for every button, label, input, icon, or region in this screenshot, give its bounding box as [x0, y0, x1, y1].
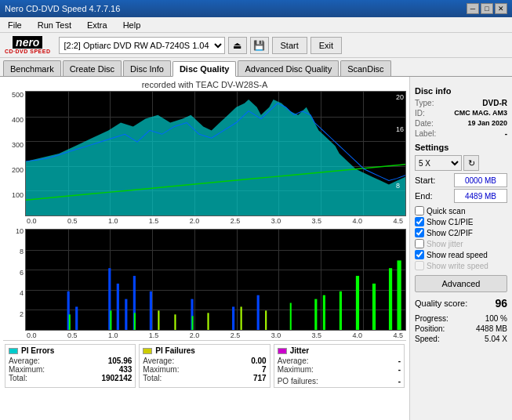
show-jitter-label: Show jitter: [427, 240, 463, 248]
nero-sub-logo: CD·DVD SPEED: [5, 49, 51, 54]
lower-chart-svg: [26, 230, 405, 330]
eject-icon-button[interactable]: ⏏: [228, 37, 247, 54]
show-c2-checkbox[interactable]: [415, 228, 424, 237]
svg-rect-25: [372, 284, 376, 330]
disc-id-row: ID: CMC MAG. AM3: [415, 109, 507, 118]
svg-rect-17: [207, 313, 209, 330]
svg-rect-13: [134, 313, 136, 330]
pi-failures-total: Total: 717: [143, 374, 266, 382]
tab-advanced-disc-quality[interactable]: Advanced Disc Quality: [238, 60, 339, 76]
show-read-speed-label: Show read speed: [427, 251, 488, 259]
quality-score-row: Quality score: 96: [415, 297, 507, 310]
disc-label-row: Label: -: [415, 129, 507, 138]
advanced-button[interactable]: Advanced: [415, 275, 507, 292]
upper-chart-wrapper: 500 400 300 200 100: [3, 91, 406, 216]
show-read-speed-checkbox[interactable]: [415, 250, 424, 259]
chart-title: recorded with TEAC DV-W28S-A: [3, 80, 406, 89]
tab-disc-info[interactable]: Disc Info: [123, 60, 171, 76]
exit-button[interactable]: Exit: [310, 37, 342, 54]
upper-y-labels-right: 20 16 8: [396, 92, 404, 215]
quick-scan-row: Quick scan: [415, 206, 507, 215]
show-write-speed-checkbox[interactable]: [415, 261, 424, 270]
settings-title: Settings: [415, 143, 507, 152]
lower-chart-wrapper: 10 8 6 4 2: [3, 227, 406, 331]
menu-extra[interactable]: Extra: [82, 19, 112, 31]
upper-x-labels: 0.0 0.5 1.0 1.5 2.0 2.5 3.0 3.5 4.0 4.5: [3, 216, 406, 226]
menu-file[interactable]: File: [3, 19, 27, 31]
pi-errors-total: Total: 1902142: [9, 374, 132, 382]
app-title: Nero CD-DVD Speed 4.7.7.16: [5, 4, 120, 13]
save-icon-button[interactable]: 💾: [250, 37, 269, 54]
start-input[interactable]: [454, 173, 507, 187]
pi-errors-header: PI Errors: [9, 346, 132, 355]
quick-scan-label: Quick scan: [427, 207, 465, 215]
toolbar: nero CD·DVD SPEED [2:2] Optiarc DVD RW A…: [0, 33, 512, 58]
progress-value: 100 %: [485, 314, 507, 323]
menu-help[interactable]: Help: [118, 19, 146, 31]
title-bar-title: Nero CD-DVD Speed 4.7.7.16: [5, 4, 120, 13]
speed-select[interactable]: 5 X 1 X 2 X 4 X 8 X Max: [415, 155, 462, 171]
show-write-speed-row: Show write speed: [415, 261, 507, 270]
menu-run-test[interactable]: Run Test: [33, 19, 76, 31]
progress-row: Progress: 100 %: [415, 314, 507, 323]
lower-chart: [25, 229, 406, 331]
pi-errors-maximum: Maximum: 433: [9, 365, 132, 374]
svg-rect-24: [356, 276, 359, 330]
upper-chart-svg: [26, 92, 405, 215]
main-content: recorded with TEAC DV-W28S-A 500 400 300…: [0, 77, 512, 420]
disc-date-row: Date: 19 Jan 2020: [415, 119, 507, 128]
pi-failures-color: [143, 348, 152, 354]
show-c1-checkbox[interactable]: [415, 217, 424, 226]
tab-disc-quality[interactable]: Disc Quality: [172, 61, 237, 77]
svg-marker-0: [26, 100, 405, 215]
tab-scandisc[interactable]: ScanDisc: [340, 60, 390, 76]
right-panel: Disc info Type: DVD-R ID: CMC MAG. AM3 D…: [410, 77, 512, 420]
end-input[interactable]: [454, 189, 507, 203]
svg-rect-21: [314, 299, 317, 330]
lower-y-labels-left: 10 8 6 4 2: [3, 227, 25, 331]
jitter-average: Average: -: [278, 357, 401, 365]
pi-failures-header: PI Failures: [143, 346, 266, 355]
nero-logo: nero: [13, 36, 42, 49]
svg-rect-2: [75, 306, 78, 330]
chart-area: recorded with TEAC DV-W28S-A 500 400 300…: [0, 77, 410, 420]
svg-rect-4: [117, 284, 119, 330]
show-read-speed-row: Show read speed: [415, 250, 507, 259]
progress-section: Progress: 100 % Position: 4488 MB Speed:…: [415, 314, 507, 343]
svg-rect-20: [290, 303, 292, 330]
start-button[interactable]: Start: [272, 37, 307, 54]
jitter-box: Jitter Average: - Maximum: - PO failures…: [274, 344, 405, 388]
show-jitter-row: Show jitter: [415, 239, 507, 248]
po-failures: PO failures: -: [278, 377, 401, 386]
show-write-speed-label: Show write speed: [427, 262, 488, 270]
progress-label: Progress:: [415, 314, 448, 323]
pi-failures-box: PI Failures Average: 0.00 Maximum: 7 Tot…: [139, 344, 270, 388]
jitter-color: [278, 348, 287, 354]
svg-rect-27: [397, 260, 401, 330]
pi-errors-color: [9, 348, 18, 354]
show-c1-label: Show C1/PIE: [427, 218, 473, 226]
show-jitter-checkbox[interactable]: [415, 239, 424, 248]
pi-failures-average: Average: 0.00: [143, 357, 266, 365]
stats-row: PI Errors Average: 105.96 Maximum: 433 T…: [3, 340, 406, 389]
speed-row: 5 X 1 X 2 X 4 X 8 X Max ↻: [415, 155, 507, 171]
close-button[interactable]: ✕: [495, 3, 507, 14]
menu-bar: File Run Test Extra Help: [0, 17, 512, 33]
tab-create-disc[interactable]: Create Disc: [63, 60, 122, 76]
upper-y-labels-left: 500 400 300 200 100: [3, 91, 25, 216]
quick-scan-checkbox[interactable]: [415, 206, 424, 215]
svg-rect-23: [340, 291, 342, 330]
position-value: 4488 MB: [476, 324, 507, 333]
tab-benchmark[interactable]: Benchmark: [3, 60, 61, 76]
svg-rect-14: [191, 316, 193, 330]
speed-label: Speed:: [415, 335, 440, 343]
upper-chart: 20 16 8: [25, 91, 406, 216]
drive-select[interactable]: [2:2] Optiarc DVD RW AD-7240S 1.04: [59, 37, 225, 54]
disc-info-title: Disc info: [415, 86, 507, 96]
svg-rect-5: [125, 299, 127, 330]
minimize-button[interactable]: ─: [467, 3, 479, 14]
title-bar-controls: ─ □ ✕: [467, 3, 507, 14]
maximize-button[interactable]: □: [481, 3, 493, 14]
refresh-button[interactable]: ↻: [463, 155, 479, 171]
pi-errors-average: Average: 105.96: [9, 357, 132, 365]
